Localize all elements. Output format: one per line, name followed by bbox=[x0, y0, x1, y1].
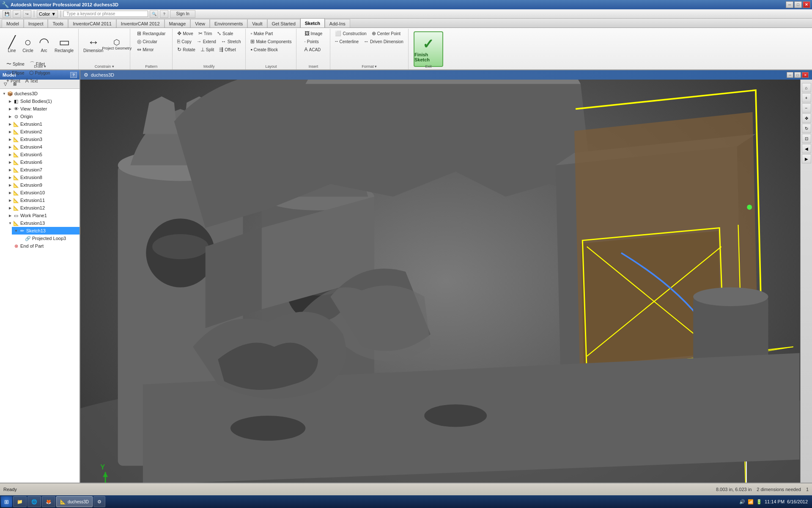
tab-add-ins[interactable]: Add-Ins bbox=[325, 19, 350, 28]
taskbar-chrome-btn[interactable]: 🌐 bbox=[27, 496, 41, 507]
tree-item-extrusion11[interactable]: ▶ 📐 Extrusion11 bbox=[6, 196, 80, 204]
spline-btn[interactable]: 〜Spline bbox=[4, 60, 27, 69]
tab-vault[interactable]: Vault bbox=[247, 19, 267, 28]
expand-solid-bodies[interactable]: ▶ bbox=[8, 99, 13, 104]
expand-extrusion2[interactable]: ▶ bbox=[8, 129, 13, 134]
expand-sketch13[interactable]: ▼ bbox=[14, 228, 19, 233]
tree-item-extrusion13[interactable]: ▼ 📐 Extrusion13 bbox=[6, 219, 80, 227]
stretch-btn[interactable]: ↔Stretch bbox=[219, 38, 243, 45]
circular-btn[interactable]: ◎Circular bbox=[135, 38, 159, 45]
taskbar-inventor-btn[interactable]: 📐 duchess3D bbox=[56, 496, 93, 507]
expand-extrusion1[interactable]: ▶ bbox=[8, 121, 13, 127]
start-button[interactable]: ⊞ bbox=[1, 496, 12, 507]
extend-btn[interactable]: →Extend bbox=[195, 38, 218, 45]
viewport-maximize-btn[interactable]: □ bbox=[794, 72, 801, 78]
search-box[interactable]: Type a keyword or phrase bbox=[63, 11, 148, 17]
tab-manage[interactable]: Manage bbox=[165, 19, 191, 28]
tree-item-origin[interactable]: ▶ ⊙ Origin bbox=[6, 113, 80, 120]
expand-end-of-part[interactable]: ▶ bbox=[8, 243, 13, 248]
tab-get-started[interactable]: Get Started bbox=[267, 19, 300, 28]
tree-item-extrusion6[interactable]: ▶ 📐 Extrusion6 bbox=[6, 158, 80, 166]
tab-inventorcam-2012[interactable]: InventorCAM 2012 bbox=[116, 19, 165, 28]
nav-zoom-out-btn[interactable]: − bbox=[802, 103, 811, 113]
tree-item-extrusion9[interactable]: ▶ 📐 Extrusion9 bbox=[6, 181, 80, 189]
rectangular-btn[interactable]: ⊞Rectangular bbox=[135, 30, 167, 37]
nav-fit-btn[interactable]: ⊡ bbox=[802, 134, 811, 143]
center-point-btn[interactable]: ⊕Center Point bbox=[370, 30, 403, 37]
tree-item-extrusion7[interactable]: ▶ 📐 Extrusion7 bbox=[6, 166, 80, 174]
expand-extrusion4[interactable]: ▶ bbox=[8, 144, 13, 149]
tree-item-extrusion1[interactable]: ▶ 📐 Extrusion1 bbox=[6, 120, 80, 128]
taskbar-firefox-btn[interactable]: 🦊 bbox=[42, 496, 55, 507]
close-button[interactable]: ✕ bbox=[803, 1, 810, 8]
save-quick-btn[interactable]: 💾 bbox=[3, 10, 11, 18]
acad-btn[interactable]: AACAD bbox=[302, 46, 323, 53]
driven-dimension-btn[interactable]: ↔Driven Dimension bbox=[362, 38, 406, 45]
image-btn[interactable]: 🖼Image bbox=[302, 30, 325, 37]
redo-quick-btn[interactable]: ↪ bbox=[23, 10, 31, 18]
tree-item-end-of-part[interactable]: ▶ ⊗ End of Part bbox=[6, 242, 80, 250]
move-btn[interactable]: ✥Move bbox=[175, 30, 195, 37]
expand-projected-loop3[interactable]: ▶ bbox=[19, 236, 25, 241]
tree-item-solid-bodies[interactable]: ▶ ◧ Solid Bodies(1) bbox=[6, 97, 80, 105]
mirror-btn[interactable]: ⇔Mirror bbox=[135, 46, 156, 53]
help-btn[interactable]: ? bbox=[160, 10, 168, 18]
make-part-btn[interactable]: ▫Make Part bbox=[248, 30, 275, 37]
tree-item-extrusion12[interactable]: ▶ 📐 Extrusion12 bbox=[6, 204, 80, 212]
tree-item-sketch13[interactable]: ▼ ✏ Sketch13 bbox=[12, 227, 80, 235]
trim-btn[interactable]: ✂Trim bbox=[196, 30, 214, 37]
make-components-btn[interactable]: ⊞Make Components bbox=[248, 38, 294, 45]
tree-item-work-plane1[interactable]: ▶ ▭ Work Plane1 bbox=[6, 212, 80, 219]
nav-next-view-btn[interactable]: ▶ bbox=[802, 154, 811, 163]
finish-sketch-btn[interactable]: ✓ Finish Sketch bbox=[414, 31, 443, 67]
nav-prev-view-btn[interactable]: ◀ bbox=[802, 144, 811, 153]
viewport-close-btn[interactable]: ✕ bbox=[802, 72, 809, 78]
tree-item-extrusion8[interactable]: ▶ 📐 Extrusion8 bbox=[6, 174, 80, 181]
polygon-btn[interactable]: ⬡Polygon bbox=[27, 69, 52, 77]
tab-inspect[interactable]: Inspect bbox=[24, 19, 48, 28]
sign-in-btn[interactable]: Sign In bbox=[170, 10, 195, 18]
color-dropdown[interactable]: Color ▼ bbox=[37, 10, 58, 18]
expand-extrusion8[interactable]: ▶ bbox=[8, 175, 13, 180]
scale-btn[interactable]: ⤡Scale bbox=[215, 30, 235, 37]
expand-extrusion3[interactable]: ▶ bbox=[8, 137, 13, 142]
line-btn[interactable]: ╱ Line bbox=[4, 30, 19, 59]
tab-sketch[interactable]: Sketch bbox=[300, 18, 325, 28]
3d-scene[interactable]: X Y Z ⌂ + − ✥ ↻ ⊡ ◀ ▶ bbox=[80, 80, 812, 483]
construction-btn[interactable]: ⬜Construction bbox=[333, 30, 368, 37]
tree-item-extrusion2[interactable]: ▶ 📐 Extrusion2 bbox=[6, 128, 80, 135]
arc-btn[interactable]: ◠ Arc bbox=[36, 30, 52, 59]
point-btn[interactable]: +Point bbox=[4, 77, 22, 85]
taskbar-explorer-btn[interactable]: 📁 bbox=[13, 496, 27, 507]
tab-inventorcam-2011[interactable]: InventorCAM 2011 bbox=[68, 19, 116, 28]
taskbar-extra-btn[interactable]: ⚙ bbox=[93, 496, 105, 507]
nav-rotate-btn[interactable]: ↻ bbox=[802, 124, 811, 133]
expand-work-plane1[interactable]: ▶ bbox=[8, 213, 13, 218]
nav-zoom-in-btn[interactable]: + bbox=[802, 93, 811, 102]
expand-extrusion11[interactable]: ▶ bbox=[8, 198, 13, 203]
text-btn[interactable]: AText bbox=[23, 77, 40, 85]
rotate-btn[interactable]: ↻Rotate bbox=[175, 46, 197, 53]
project-geometry-btn[interactable]: ⬡ Project Geometry bbox=[106, 30, 127, 59]
tree-item-duchess3d[interactable]: ▼ 📦 duchess3D bbox=[0, 90, 80, 97]
copy-btn[interactable]: ⎘Copy bbox=[175, 38, 193, 45]
dimension-btn[interactable]: ↔ Dimension bbox=[81, 30, 105, 59]
create-block-btn[interactable]: ▪Create Block bbox=[248, 46, 280, 53]
centerline-btn[interactable]: ╌Centerline bbox=[333, 38, 361, 45]
nav-pan-btn[interactable]: ✥ bbox=[802, 113, 811, 123]
expand-view-master[interactable]: ▶ bbox=[8, 106, 13, 111]
expand-duchess3d[interactable]: ▼ bbox=[2, 91, 7, 96]
nav-home-btn[interactable]: ⌂ bbox=[802, 83, 811, 92]
expand-extrusion7[interactable]: ▶ bbox=[8, 167, 13, 172]
tab-tools[interactable]: Tools bbox=[48, 19, 68, 28]
ellipse-btn[interactable]: ⬭Ellipse bbox=[4, 69, 26, 77]
maximize-button[interactable]: □ bbox=[794, 1, 802, 8]
expand-extrusion12[interactable]: ▶ bbox=[8, 205, 13, 210]
points-btn[interactable]: ·Points bbox=[302, 38, 321, 45]
expand-extrusion5[interactable]: ▶ bbox=[8, 152, 13, 157]
expand-extrusion6[interactable]: ▶ bbox=[8, 160, 13, 165]
tab-view[interactable]: View bbox=[190, 19, 210, 28]
tree-item-extrusion5[interactable]: ▶ 📐 Extrusion5 bbox=[6, 151, 80, 158]
split-btn[interactable]: ⊥Split bbox=[198, 46, 216, 53]
circle-btn[interactable]: ○ Circle bbox=[20, 30, 36, 59]
